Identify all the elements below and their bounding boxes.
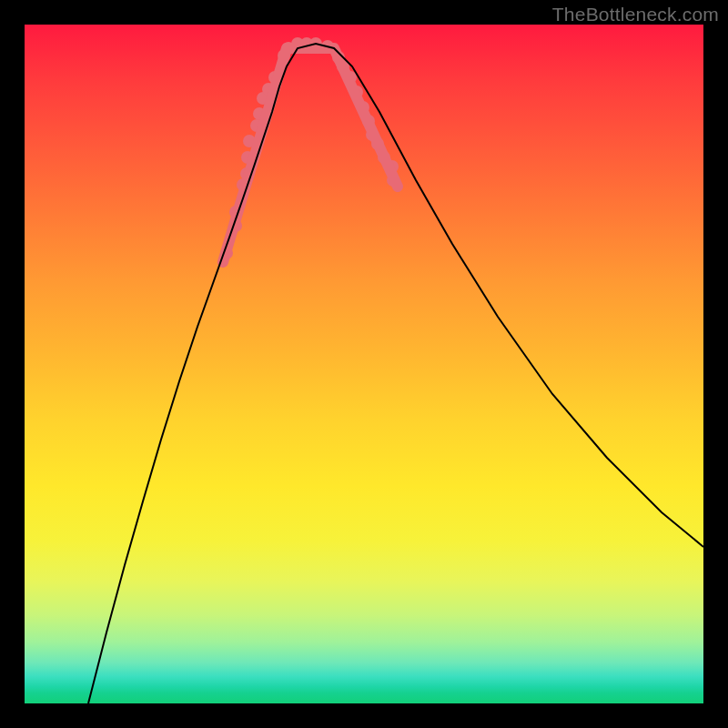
chart-svg	[25, 25, 703, 703]
gradient-plot-area	[25, 25, 703, 703]
marker-dots-group	[220, 37, 399, 259]
thick-band	[223, 48, 398, 262]
bottleneck-curve	[88, 44, 703, 703]
watermark-text: TheBottleneck.com	[552, 4, 719, 25]
